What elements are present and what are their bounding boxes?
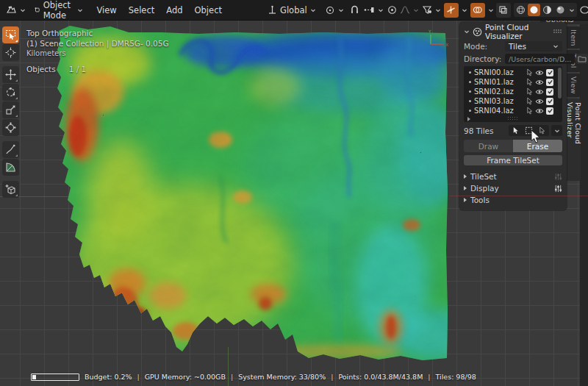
folder-icon [578, 55, 587, 62]
viewport-render-dropdown[interactable] [577, 3, 588, 17]
scale-icon [5, 104, 16, 115]
show-gizmo-toggle[interactable] [442, 1, 469, 19]
tile-file-list: SRNI00.laz SRNI01.laz SRNI02.laz SRNI03.… [464, 66, 562, 122]
toolbar [2, 26, 21, 199]
mode-dropdown[interactable]: Object Mode [30, 0, 87, 23]
section-tileset[interactable]: TileSet [464, 171, 562, 182]
snap-toggle[interactable] [348, 3, 361, 17]
mode-field-label: Mode: [464, 42, 505, 51]
chevron-down-icon [462, 7, 467, 13]
tool-rotate[interactable] [2, 84, 19, 101]
preset-sliders-icon[interactable] [554, 185, 562, 193]
panel-drag-grip[interactable] [553, 29, 562, 34]
editor-type-button[interactable] [1, 2, 30, 18]
list-scrollbar[interactable] [558, 68, 562, 99]
shading-solid-button[interactable] [528, 4, 540, 16]
orientation-icon [268, 5, 277, 15]
file-row[interactable]: SRNI02.laz [465, 87, 561, 96]
xray-toggle[interactable] [495, 1, 512, 19]
tool-scale[interactable] [2, 101, 19, 118]
measure-icon [5, 162, 16, 173]
frame-tileset-button[interactable]: Frame TileSet [464, 155, 562, 165]
tool-transform[interactable] [2, 119, 19, 136]
point-dot-icon [469, 90, 471, 93]
browse-directory-button[interactable] [576, 54, 588, 64]
directory-field-label: Directory: [464, 54, 505, 63]
tab-point-cloud-visualizer[interactable]: Point Cloud Visualizer [567, 99, 581, 181]
eye-visibility-icon[interactable] [535, 79, 544, 85]
viewport-overlay-text: Top Orthographic (1) Scene Collection | … [26, 28, 169, 74]
chevron-down-icon [554, 128, 560, 134]
select-arrow-icon[interactable] [526, 78, 533, 86]
transform-icon [5, 122, 16, 133]
proportional-editing-toggle[interactable] [386, 3, 398, 17]
axis-line-artifact [450, 196, 588, 196]
file-row[interactable]: SRNI03.laz [465, 96, 561, 106]
tool-cursor[interactable] [2, 44, 19, 61]
eye-visibility-icon[interactable] [535, 99, 544, 104]
directory-input[interactable]: /Users/carbon/D... [505, 54, 575, 64]
select-arrow-icon[interactable] [526, 68, 533, 76]
pcv-status-bar: Budget: 0.2% | GPU Memory: ~0.00GB | Sys… [31, 373, 476, 381]
eye-visibility-icon[interactable] [535, 70, 544, 76]
panel-expand-chevron-icon [464, 29, 470, 35]
directory-row: Directory: /Users/carbon/D... [464, 54, 562, 64]
file-checkbox[interactable] [546, 88, 553, 96]
draw-button[interactable]: Draw [464, 140, 513, 152]
snap-target-dropdown[interactable] [361, 3, 386, 17]
select-arrow-icon[interactable] [526, 107, 533, 115]
tab-view[interactable]: View [567, 74, 581, 97]
preset-sliders-icon[interactable] [554, 173, 562, 181]
viewport-editor-icon [6, 4, 17, 15]
select-arrow-icon[interactable] [526, 87, 533, 96]
chevron-down-icon [435, 7, 441, 13]
tiles-options-dropdown[interactable] [551, 125, 562, 136]
falloff-curve-icon [400, 5, 410, 15]
pcv-panel: Point Cloud Visualizer Mode: Tiles Direc… [459, 22, 567, 210]
file-checkbox[interactable] [546, 107, 553, 115]
file-row[interactable]: SRNI01.laz [465, 77, 561, 87]
chevron-down-icon [378, 7, 384, 13]
tab-item[interactable]: Item [567, 26, 581, 49]
menu-object[interactable]: Object [189, 3, 228, 18]
pcv-panel-header[interactable]: Point Cloud Visualizer [464, 25, 562, 38]
select-arrow-icon[interactable] [526, 97, 533, 105]
proportional-falloff-dropdown[interactable] [398, 3, 420, 17]
transform-orientation-dropdown[interactable]: Global [263, 3, 320, 18]
eye-visibility-icon[interactable] [535, 108, 544, 114]
list-resize-grip[interactable] [508, 117, 519, 121]
arrow-filled-icon [512, 126, 519, 135]
shading-wireframe-button[interactable] [514, 4, 527, 16]
mode-select[interactable]: Tiles [505, 41, 562, 51]
tool-select-box[interactable] [2, 26, 19, 43]
tool-measure[interactable] [2, 159, 19, 176]
pivot-point-dropdown[interactable] [320, 3, 348, 18]
file-row[interactable]: SRNI00.laz [465, 68, 561, 77]
tool-move[interactable] [2, 66, 19, 83]
menu-select[interactable]: Select [123, 3, 160, 18]
shading-material-button[interactable] [541, 4, 553, 16]
viewport-header: Object Mode View Select Add Object Globa… [0, 0, 588, 21]
check-icon [547, 88, 553, 95]
tile-select-tools [509, 125, 549, 136]
file-checkbox[interactable] [546, 69, 553, 76]
file-checkbox[interactable] [546, 98, 553, 105]
list-filter-toggle-icon[interactable] [467, 117, 470, 121]
eye-visibility-icon[interactable] [535, 89, 544, 95]
shading-mode-group [514, 3, 577, 17]
file-row[interactable]: SRNI04.laz [465, 106, 561, 115]
section-display[interactable]: Display [464, 182, 562, 194]
object-type-visibility-dropdown[interactable] [420, 3, 442, 17]
shading-rendered-button[interactable] [554, 4, 567, 16]
file-checkbox[interactable] [546, 79, 553, 86]
rotate-icon [5, 87, 16, 98]
point-dot-icon [469, 110, 471, 112]
menu-view[interactable]: View [90, 3, 122, 18]
tile-select-all-button[interactable] [509, 126, 522, 135]
status-tiles: Tiles: 98/98 [436, 373, 476, 381]
menu-add[interactable]: Add [160, 3, 188, 18]
show-overlays-toggle[interactable] [469, 1, 495, 19]
tool-annotate[interactable] [2, 141, 19, 158]
chevron-down-icon [488, 7, 494, 13]
tool-add-cube[interactable] [2, 181, 19, 198]
